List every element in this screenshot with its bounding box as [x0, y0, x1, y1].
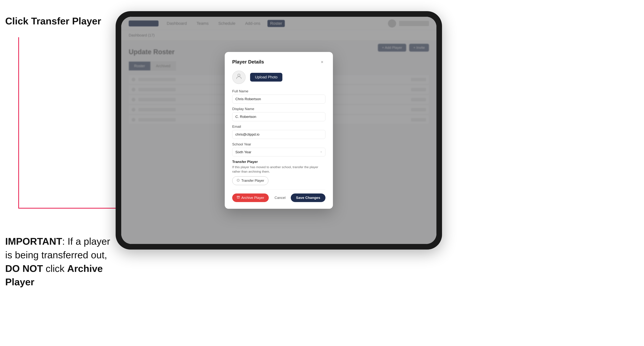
save-changes-button[interactable]: Save Changes [291, 193, 326, 202]
modal-close-button[interactable]: × [319, 59, 326, 65]
modal-title: Player Details [232, 59, 264, 65]
transfer-label: Transfer Player [232, 160, 326, 164]
email-input[interactable] [232, 130, 326, 139]
full-name-group: Full Name [232, 89, 326, 104]
footer-right: Cancel Save Changes [273, 193, 326, 202]
instruction-prefix: Click [5, 16, 31, 26]
modal-footer: Archive Player Cancel Save Changes [232, 189, 326, 202]
school-year-select[interactable]: First Year Second Year Third Year Fourth… [232, 148, 326, 157]
full-name-input[interactable] [232, 95, 326, 104]
modal-overlay: Player Details × [121, 17, 436, 244]
school-year-group: School Year First Year Second Year Third… [232, 142, 326, 157]
transfer-btn-label: Transfer Player [241, 179, 264, 183]
full-name-label: Full Name [232, 89, 326, 93]
email-label: Email [232, 125, 326, 129]
instruction-top: Click Transfer Player [5, 15, 101, 27]
transfer-description: If this player has moved to another scho… [232, 165, 326, 174]
archive-icon [237, 196, 240, 200]
instruction-rest2: click [43, 263, 67, 274]
email-group: Email [232, 125, 326, 139]
transfer-section: Transfer Player If this player has moved… [232, 160, 326, 185]
do-not-label: DO NOT [5, 263, 43, 274]
cancel-button[interactable]: Cancel [273, 193, 287, 202]
archive-player-button[interactable]: Archive Player [232, 193, 269, 202]
svg-rect-1 [237, 196, 240, 197]
transfer-icon [236, 178, 240, 183]
annotation-line-vertical [18, 37, 19, 208]
display-name-group: Display Name [232, 107, 326, 121]
player-details-modal: Player Details × [225, 52, 333, 209]
svg-point-0 [238, 74, 240, 77]
instruction-bottom: IMPORTANT: If a player is being transfer… [5, 235, 114, 289]
avatar-circle [232, 71, 246, 84]
modal-header: Player Details × [232, 59, 326, 65]
tablet-frame: Dashboard Teams Schedule Add-ons Roster … [116, 11, 442, 250]
school-year-label: School Year [232, 142, 326, 146]
display-name-label: Display Name [232, 107, 326, 111]
close-icon: × [321, 59, 324, 65]
archive-btn-label: Archive Player [241, 196, 264, 200]
avatar-person-icon [235, 73, 242, 82]
transfer-player-button[interactable]: Transfer Player [232, 176, 268, 185]
important-label: IMPORTANT [5, 236, 62, 247]
display-name-input[interactable] [232, 112, 326, 121]
upload-photo-button[interactable]: Upload Photo [250, 73, 282, 82]
instruction-bold: Transfer Player [31, 16, 101, 26]
avatar-row: Upload Photo [232, 71, 326, 84]
tablet-screen: Dashboard Teams Schedule Add-ons Roster … [121, 17, 436, 244]
